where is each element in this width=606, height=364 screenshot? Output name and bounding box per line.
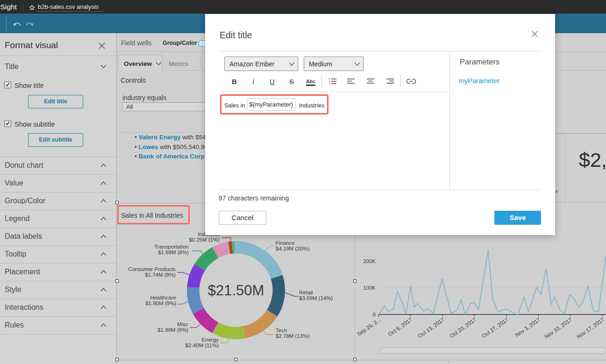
svg-text:Nov 17, 2017: Nov 17, 2017 [576, 317, 605, 340]
svg-text:Sep 29, 2...: Sep 29, 2... [356, 317, 382, 337]
svg-text:Nov 10, 2017: Nov 10, 2017 [543, 317, 573, 340]
svg-text:0: 0 [373, 312, 376, 317]
svg-text:Nov 3, 2017: Nov 3, 2017 [514, 317, 541, 338]
svg-text:200K: 200K [363, 258, 376, 264]
svg-text:$21.50M: $21.50M [208, 282, 264, 299]
svg-text:Oct 13, 2017: Oct 13, 2017 [417, 317, 445, 339]
svg-text:Oct 20, 2017: Oct 20, 2017 [449, 317, 477, 339]
svg-text:Oct 6, 2017: Oct 6, 2017 [387, 317, 414, 337]
svg-text:Oct 27, 2017: Oct 27, 2017 [481, 317, 509, 339]
svg-text:100K: 100K [363, 285, 376, 291]
